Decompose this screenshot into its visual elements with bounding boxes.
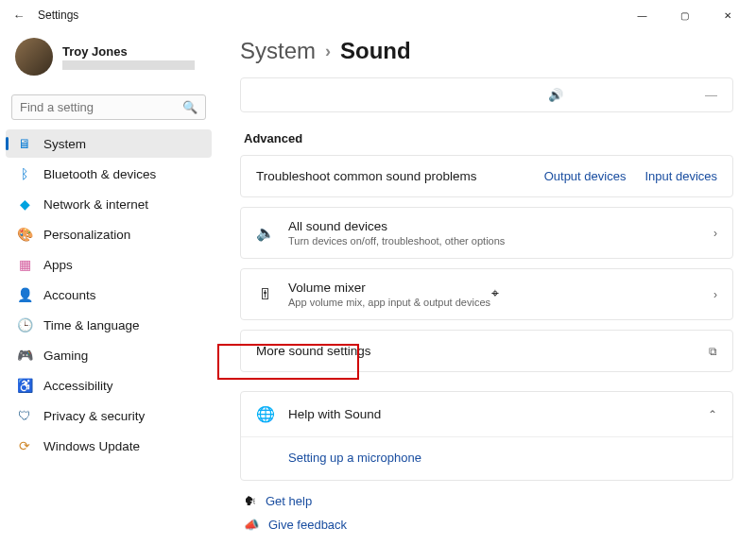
bluetooth-icon: ᛒ bbox=[17, 166, 32, 181]
sidebar-item-label: Windows Update bbox=[43, 439, 140, 453]
update-icon: ⟳ bbox=[17, 438, 32, 453]
chevron-right-icon: › bbox=[713, 288, 717, 301]
volume-card[interactable]: 🔊 — bbox=[240, 77, 733, 112]
sidebar-item-gaming[interactable]: 🎮Gaming bbox=[6, 341, 212, 369]
gaming-icon: 🎮 bbox=[17, 348, 32, 363]
help-with-sound-card: 🌐 Help with Sound ⌃ Setting up a microph… bbox=[240, 391, 733, 481]
sidebar-item-accounts[interactable]: 👤Accounts bbox=[6, 281, 212, 309]
back-button[interactable]: ← bbox=[8, 9, 30, 23]
mouse-cursor: ⌖ bbox=[491, 285, 499, 301]
sidebar-item-system[interactable]: 🖥System bbox=[6, 129, 212, 158]
apps-icon: ▦ bbox=[17, 257, 32, 272]
help-with-sound-toggle[interactable]: 🌐 Help with Sound ⌃ bbox=[241, 392, 732, 436]
user-name: Troy Jones bbox=[62, 44, 195, 59]
sidebar-item-label: Accessibility bbox=[43, 379, 113, 393]
sidebar-item-network[interactable]: ◆Network & internet bbox=[6, 190, 212, 218]
external-link-icon: ⧉ bbox=[709, 345, 717, 358]
maximize-button[interactable]: ▢ bbox=[663, 0, 706, 30]
search-box[interactable]: 🔍 bbox=[11, 94, 206, 120]
accounts-icon: 👤 bbox=[17, 287, 32, 302]
troubleshoot-title: Troubleshoot common sound problems bbox=[256, 169, 525, 183]
breadcrumb-parent[interactable]: System bbox=[240, 38, 316, 64]
accessibility-icon: ♿ bbox=[17, 378, 32, 393]
avatar bbox=[15, 38, 53, 76]
sidebar-item-label: Gaming bbox=[43, 349, 88, 363]
close-button[interactable]: ✕ bbox=[706, 0, 748, 30]
sidebar-item-label: Bluetooth & devices bbox=[43, 167, 156, 181]
volume-mixer-row[interactable]: 🎚 Volume mixer App volume mix, app input… bbox=[241, 269, 732, 319]
speaker-icon: 🔈 bbox=[256, 224, 275, 242]
output-devices-link[interactable]: Output devices bbox=[544, 169, 627, 183]
search-icon: 🔍 bbox=[182, 100, 198, 114]
search-input[interactable] bbox=[20, 100, 182, 114]
sidebar-item-privacy[interactable]: 🛡Privacy & security bbox=[6, 401, 212, 430]
sidebar-item-accessibility[interactable]: ♿Accessibility bbox=[6, 371, 212, 400]
sidebar-item-label: Accounts bbox=[43, 288, 96, 302]
personalization-icon: 🎨 bbox=[17, 227, 32, 242]
sidebar-item-bluetooth[interactable]: ᛒBluetooth & devices bbox=[6, 160, 212, 188]
advanced-label: Advanced bbox=[244, 131, 733, 145]
mixer-icon: 🎚 bbox=[256, 286, 275, 303]
chevron-up-icon: ⌃ bbox=[708, 408, 717, 421]
window-title: Settings bbox=[38, 9, 621, 22]
get-help-icon: 🗣 bbox=[244, 494, 256, 508]
network-icon: ◆ bbox=[17, 196, 32, 212]
troubleshoot-row: Troubleshoot common sound problems Outpu… bbox=[240, 155, 733, 197]
sidebar-item-label: Privacy & security bbox=[43, 409, 145, 423]
system-icon: 🖥 bbox=[17, 136, 32, 151]
user-profile[interactable]: Troy Jones bbox=[6, 30, 212, 87]
sidebar-item-apps[interactable]: ▦Apps bbox=[6, 250, 212, 279]
input-devices-link[interactable]: Input devices bbox=[644, 169, 717, 183]
time-language-icon: 🕒 bbox=[17, 317, 32, 332]
setup-microphone-link[interactable]: Setting up a microphone bbox=[288, 451, 421, 465]
minimize-button[interactable]: — bbox=[621, 0, 663, 30]
volume-icon: 🔊 bbox=[548, 88, 563, 102]
all-sound-devices-row[interactable]: 🔈 All sound devices Turn devices on/off,… bbox=[241, 208, 732, 258]
sidebar-item-label: System bbox=[43, 137, 86, 151]
sidebar-item-label: Time & language bbox=[43, 318, 140, 332]
breadcrumb-separator: › bbox=[325, 42, 331, 61]
give-feedback-link[interactable]: 📣 Give feedback bbox=[244, 518, 733, 532]
sidebar-item-label: Network & internet bbox=[43, 197, 148, 212]
sidebar-item-label: Apps bbox=[43, 258, 73, 272]
privacy-icon: 🛡 bbox=[17, 408, 32, 423]
sidebar-item-label: Personalization bbox=[43, 228, 130, 242]
chevron-right-icon: › bbox=[713, 227, 717, 240]
sidebar-item-personalization[interactable]: 🎨Personalization bbox=[6, 220, 212, 248]
sidebar-item-time-language[interactable]: 🕒Time & language bbox=[6, 311, 212, 339]
feedback-icon: 📣 bbox=[244, 518, 259, 532]
help-icon: 🌐 bbox=[256, 405, 275, 423]
more-sound-settings-row[interactable]: More sound settings ⧉ bbox=[240, 330, 733, 372]
user-email bbox=[62, 60, 195, 70]
page-title: Sound bbox=[340, 38, 411, 64]
sidebar-item-update[interactable]: ⟳Windows Update bbox=[6, 432, 212, 460]
get-help-link[interactable]: 🗣 Get help bbox=[244, 494, 733, 508]
